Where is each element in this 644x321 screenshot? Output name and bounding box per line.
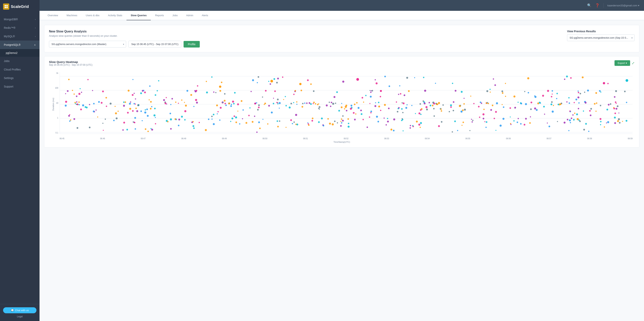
svg-point-46 <box>348 125 350 128</box>
svg-point-537 <box>440 108 442 110</box>
sidebar-item-cloud-profiles[interactable]: Cloud Profiles <box>0 65 40 74</box>
svg-point-211 <box>267 123 268 125</box>
svg-point-22 <box>568 97 570 98</box>
tab-admin[interactable]: Admin <box>182 11 198 20</box>
sidebar-item-pgdemo2[interactable]: pgDemo2 <box>0 49 40 57</box>
sidebar-item-label: PostgreSQL® <box>4 43 21 46</box>
svg-point-234 <box>572 114 574 116</box>
heatmap-actions: Export ▾ ⤢ <box>614 60 634 66</box>
svg-point-339 <box>463 103 465 104</box>
previous-results-select[interactable]: SG-pgDemo.servers.mongodirector.com (Sep… <box>567 34 634 41</box>
svg-point-353 <box>490 89 491 90</box>
tab-overview[interactable]: Overview <box>44 11 62 20</box>
svg-point-284 <box>372 90 373 92</box>
svg-point-12 <box>587 90 589 92</box>
svg-point-422 <box>235 116 237 119</box>
tab-users-dbs[interactable]: Users & dbs <box>82 11 104 20</box>
x-axis-labels: 06:4506:4606:4706:4806:4906:5006:5106:52… <box>60 137 632 140</box>
svg-point-186 <box>600 105 602 106</box>
svg-point-569 <box>230 121 232 122</box>
svg-point-557 <box>618 118 620 120</box>
svg-point-508 <box>424 103 426 104</box>
svg-point-307 <box>318 108 319 109</box>
svg-point-367 <box>375 79 376 80</box>
svg-point-323 <box>496 102 498 104</box>
previous-results-label: View Previous Results <box>567 30 596 33</box>
server-select[interactable]: SG-pgDemo.servers.mongodirector.com (Mas… <box>49 41 126 48</box>
svg-point-392 <box>408 90 410 92</box>
topbar-user[interactable]: kaanderson33@gmail.com ▾ <box>607 4 639 7</box>
svg-point-113 <box>410 127 411 129</box>
sidebar-item-jobs[interactable]: Jobs <box>0 57 40 65</box>
svg-point-281 <box>302 103 304 104</box>
svg-point-47 <box>302 106 303 108</box>
expand-button[interactable]: ⤢ <box>632 61 634 65</box>
svg-point-453 <box>402 118 403 119</box>
svg-point-450 <box>543 106 545 108</box>
svg-point-460 <box>110 103 112 104</box>
svg-point-371 <box>416 121 418 123</box>
svg-point-494 <box>567 119 568 120</box>
svg-point-150 <box>375 102 376 103</box>
svg-point-206 <box>315 103 316 104</box>
svg-point-227 <box>420 127 421 128</box>
svg-point-213 <box>442 104 444 106</box>
svg-point-242 <box>70 119 71 120</box>
svg-point-403 <box>350 108 352 110</box>
chat-button[interactable]: 💬 Chat with us <box>3 307 36 313</box>
svg-point-182 <box>211 76 212 78</box>
analysis-card: New Slow Query Analysis Analyze slow que… <box>44 25 639 52</box>
tab-jobs[interactable]: Jobs <box>168 11 182 20</box>
svg-point-175 <box>154 114 156 116</box>
sidebar-item-label: Jobs <box>4 60 10 63</box>
sidebar-item-redis[interactable]: Redis™® › <box>0 24 40 32</box>
tab-activity-stats[interactable]: Activity Stats <box>104 11 126 20</box>
help-icon[interactable]: ❓ <box>595 3 600 8</box>
tab-reports[interactable]: Reports <box>151 11 168 20</box>
svg-point-40 <box>578 92 579 93</box>
sidebar-item-mongodb[interactable]: MongoDB® › <box>0 15 40 24</box>
sidebar-item-support[interactable]: Support <box>0 82 40 91</box>
sidebar-item-label: MySQL® <box>4 35 15 38</box>
export-button[interactable]: Export ▾ <box>614 60 630 66</box>
sidebar-item-postgresql[interactable]: PostgreSQL® ∧ <box>0 41 40 49</box>
svg-point-311 <box>438 125 440 127</box>
legal-link[interactable]: Legal <box>3 315 36 318</box>
profile-button[interactable]: Profile <box>184 41 200 48</box>
svg-point-179 <box>262 119 264 120</box>
tab-machines[interactable]: Machines <box>62 11 82 20</box>
svg-point-612 <box>219 86 221 88</box>
x-axis-label: 06:46 <box>100 137 105 140</box>
svg-point-463 <box>232 118 233 119</box>
tab-alerts[interactable]: Alerts <box>198 11 212 20</box>
svg-point-560 <box>556 93 558 94</box>
svg-point-122 <box>206 81 207 82</box>
svg-point-580 <box>547 90 549 92</box>
search-icon[interactable]: 🔍 <box>587 3 591 8</box>
sidebar-item-settings[interactable]: Settings <box>0 74 40 82</box>
svg-point-64 <box>87 79 88 80</box>
svg-point-178 <box>600 121 602 122</box>
svg-point-437 <box>312 120 313 122</box>
svg-point-98 <box>449 111 450 112</box>
tab-slow-queries[interactable]: Slow Queries <box>126 11 151 20</box>
svg-point-265 <box>283 99 284 100</box>
svg-point-501 <box>154 108 156 109</box>
date-range-field[interactable]: Sep 15 06:45 (UTC) - Sep 15 07:00 (UTC) <box>128 41 181 48</box>
y-axis-label-10: 10 <box>56 102 58 104</box>
svg-point-140 <box>89 104 90 105</box>
svg-point-446 <box>341 103 342 104</box>
svg-point-375 <box>502 118 504 120</box>
svg-point-417 <box>98 101 100 103</box>
svg-point-145 <box>450 106 452 108</box>
sidebar-item-mysql[interactable]: MySQL® › <box>0 32 40 41</box>
svg-point-164 <box>115 112 117 114</box>
svg-point-154 <box>360 109 362 111</box>
view-previous-results: View Previous Results SG-pgDemo.servers.… <box>567 30 634 41</box>
svg-point-376 <box>228 103 230 104</box>
svg-point-433 <box>156 90 158 92</box>
svg-point-158 <box>398 108 399 109</box>
svg-point-56 <box>265 90 267 92</box>
svg-point-197 <box>294 121 295 123</box>
svg-point-84 <box>122 129 124 131</box>
